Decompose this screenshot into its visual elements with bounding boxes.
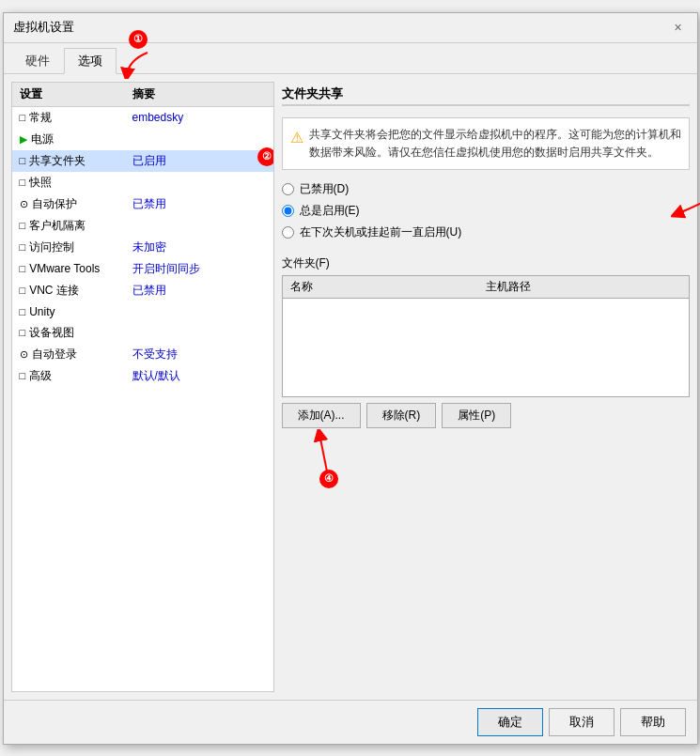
section-title: 文件夹共享: [282, 82, 690, 106]
settings-value-advanced: 默认/默认: [132, 368, 266, 384]
folder-table: 名称 主机路径: [282, 275, 690, 397]
settings-row-vnc[interactable]: □ VNC 连接 已禁用: [12, 280, 273, 301]
settings-value-shared: 已启用: [132, 153, 266, 169]
radio-disabled-input[interactable]: [282, 183, 294, 195]
bottom-bar: 确定 取消 帮助: [4, 700, 697, 744]
folder-buttons: 添加(A)... 移除(R) 属性(P): [282, 403, 690, 428]
settings-name-vnc: VNC 连接: [29, 283, 79, 299]
settings-name-access: 访问控制: [29, 239, 74, 255]
left-header: 设置 摘要: [12, 83, 273, 107]
settings-row-shared[interactable]: □ 共享文件夹 已启用: [12, 150, 273, 172]
settings-row-snapshot[interactable]: □ 快照: [12, 172, 273, 193]
radio-always[interactable]: 总是启用(E): [282, 203, 360, 219]
settings-name-general: 常规: [29, 110, 52, 126]
close-button[interactable]: ×: [669, 18, 688, 37]
dialog-title: 虚拟机设置: [13, 19, 74, 36]
folder-table-header: 名称 主机路径: [283, 276, 689, 299]
icon-shared: □: [20, 155, 26, 166]
annotation-4: ④: [310, 429, 348, 488]
icon-isolation: □: [20, 220, 26, 231]
settings-row-power[interactable]: ▶ 电源: [12, 129, 273, 150]
tab-hardware[interactable]: 硬件: [11, 48, 64, 74]
settings-row-autologin[interactable]: ⊙ 自动登录 不受支持: [12, 344, 273, 365]
radio-disabled[interactable]: 已禁用(D): [282, 181, 690, 197]
icon-power: ▶: [20, 133, 27, 146]
radio-until-off-label: 在下次关机或挂起前一直启用(U): [300, 224, 462, 240]
settings-row-deviceview[interactable]: □ 设备视图: [12, 322, 273, 344]
radio-always-label: 总是启用(E): [300, 203, 360, 219]
settings-value-access: 未加密: [132, 239, 266, 255]
settings-row-isolation[interactable]: □ 客户机隔离: [12, 215, 273, 237]
annotation-3: ③: [671, 193, 701, 226]
icon-autosave: ⊙: [20, 198, 28, 210]
col-settings: 设置: [20, 86, 132, 102]
settings-name-deviceview: 设备视图: [29, 325, 74, 341]
settings-row-advanced[interactable]: □ 高级 默认/默认: [12, 365, 273, 387]
settings-name-autosave: 自动保护: [32, 196, 77, 212]
folder-table-body: [283, 299, 689, 393]
cancel-button[interactable]: 取消: [549, 708, 614, 736]
remove-button[interactable]: 移除(R): [366, 403, 437, 428]
properties-button[interactable]: 属性(P): [442, 403, 511, 428]
settings-name-isolation: 客户机隔离: [29, 218, 86, 234]
settings-name-advanced: 高级: [29, 368, 52, 384]
icon-snapshot: □: [20, 177, 26, 188]
settings-value-general: embedsky: [132, 111, 266, 124]
settings-value-vnc: 已禁用: [132, 283, 266, 299]
settings-name-shared: 共享文件夹: [29, 153, 86, 169]
folder-label: 文件夹(F): [282, 255, 690, 271]
icon-vnc: □: [20, 285, 26, 296]
left-panel: 设置 摘要 □ 常规 embedsky ▶ 电源: [11, 82, 274, 692]
settings-row-autosave[interactable]: ⊙ 自动保护 已禁用: [12, 193, 273, 215]
settings-row-general[interactable]: □ 常规 embedsky: [12, 107, 273, 129]
col-name: 名称: [290, 279, 486, 295]
radio-group: 已禁用(D) 总是启用(E): [282, 176, 690, 246]
confirm-button[interactable]: 确定: [477, 708, 543, 736]
icon-vmware: □: [20, 263, 26, 274]
settings-value-vmware: 开启时间同步: [132, 261, 266, 277]
arrow-4-svg: [310, 429, 348, 486]
settings-row-access[interactable]: □ 访问控制 未加密: [12, 237, 273, 258]
right-panel: 文件夹共享 ⚠ 共享文件夹将会把您的文件显示给虚拟机中的程序。这可能为您的计算机…: [282, 82, 690, 692]
radio-until-off-input[interactable]: [282, 226, 294, 239]
warning-icon: ⚠: [290, 126, 303, 162]
icon-advanced: □: [20, 370, 26, 381]
icon-deviceview: □: [20, 327, 26, 338]
settings-name-snapshot: 快照: [29, 175, 52, 191]
settings-name-unity: Unity: [29, 305, 54, 318]
folder-section: 文件夹(F) 名称 主机路径 添加(A)... 移除(R) 属性(P): [282, 255, 690, 428]
title-bar: 虚拟机设置 ×: [4, 13, 697, 43]
info-box: ⚠ 共享文件夹将会把您的文件显示给虚拟机中的程序。这可能为您的计算机和数据带来风…: [282, 117, 690, 170]
arrow-3-svg: [671, 193, 701, 226]
icon-unity: □: [20, 306, 26, 317]
icon-autologin: ⊙: [20, 348, 28, 361]
settings-name-power: 电源: [31, 131, 54, 147]
settings-row-vmware[interactable]: □ VMware Tools 开启时间同步: [12, 258, 273, 280]
radio-disabled-label: 已禁用(D): [300, 181, 350, 197]
icon-general: □: [20, 112, 26, 123]
settings-name-vmware: VMware Tools: [29, 262, 100, 275]
radio-until-off[interactable]: 在下次关机或挂起前一直启用(U): [282, 224, 690, 240]
settings-row-unity[interactable]: □ Unity: [12, 301, 273, 322]
dialog: 虚拟机设置 × 硬件 选项 ①: [3, 12, 698, 745]
settings-value-autologin: 不受支持: [132, 347, 266, 363]
content-area: 设置 摘要 □ 常规 embedsky ▶ 电源: [4, 74, 697, 700]
radio-always-input[interactable]: [282, 205, 294, 217]
settings-name-autologin: 自动登录: [32, 347, 77, 363]
col-summary: 摘要: [132, 86, 266, 102]
settings-value-autosave: 已禁用: [132, 196, 266, 212]
info-text: 共享文件夹将会把您的文件显示给虚拟机中的程序。这可能为您的计算机和数据带来风险。…: [309, 126, 681, 162]
tab-options[interactable]: 选项: [64, 48, 117, 74]
col-host-path: 主机路径: [486, 279, 681, 295]
help-button[interactable]: 帮助: [620, 708, 686, 736]
icon-access: □: [20, 241, 26, 253]
add-button[interactable]: 添加(A)...: [282, 403, 361, 428]
